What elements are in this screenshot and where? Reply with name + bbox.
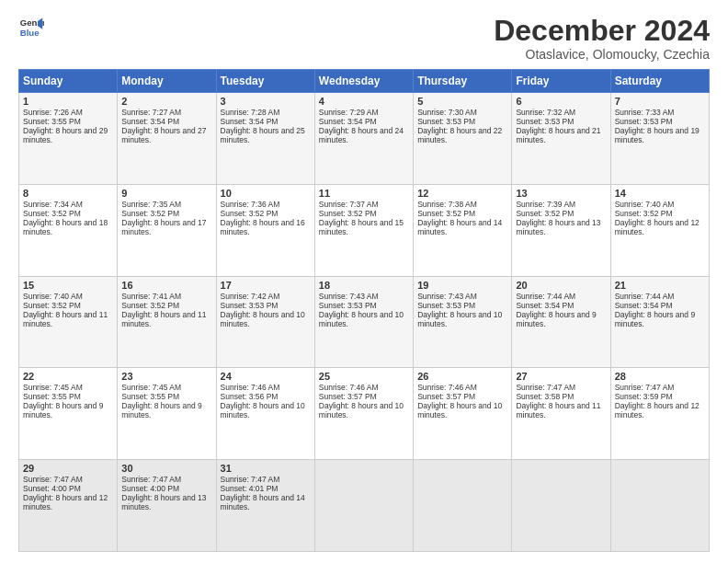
sunset-text: Sunset: 3:55 PM (121, 392, 211, 401)
table-row: 4Sunrise: 7:29 AMSunset: 3:54 PMDaylight… (314, 93, 413, 185)
sunrise-text: Sunrise: 7:47 AM (121, 475, 211, 484)
table-row: 17Sunrise: 7:42 AMSunset: 3:53 PMDayligh… (216, 276, 314, 368)
table-row: 9Sunrise: 7:35 AMSunset: 3:52 PMDaylight… (118, 184, 216, 276)
daylight-text: Daylight: 8 hours and 19 minutes. (615, 126, 705, 144)
sunset-text: Sunset: 3:53 PM (319, 301, 409, 310)
table-row: 22Sunrise: 7:45 AMSunset: 3:55 PMDayligh… (19, 368, 118, 460)
sunrise-text: Sunrise: 7:37 AM (319, 200, 409, 209)
table-row (512, 460, 610, 552)
table-row (414, 460, 512, 552)
table-row (610, 460, 709, 552)
daylight-text: Daylight: 8 hours and 17 minutes. (121, 218, 211, 236)
header-sunday: Sunday (19, 70, 118, 93)
table-row: 31Sunrise: 7:47 AMSunset: 4:01 PMDayligh… (216, 460, 314, 552)
day-number: 19 (417, 280, 507, 291)
daylight-text: Daylight: 8 hours and 9 minutes. (615, 310, 705, 328)
daylight-text: Daylight: 8 hours and 13 minutes. (516, 218, 606, 236)
sunrise-text: Sunrise: 7:39 AM (516, 200, 606, 209)
daylight-text: Daylight: 8 hours and 15 minutes. (319, 218, 409, 236)
day-number: 3 (221, 96, 311, 107)
sunset-text: Sunset: 3:54 PM (221, 117, 311, 126)
sunset-text: Sunset: 3:54 PM (615, 301, 705, 310)
day-number: 25 (319, 371, 409, 382)
day-number: 6 (516, 96, 606, 107)
sunrise-text: Sunrise: 7:34 AM (23, 200, 113, 209)
header-thursday: Thursday (414, 70, 512, 93)
sunrise-text: Sunrise: 7:29 AM (319, 108, 409, 117)
sunrise-text: Sunrise: 7:28 AM (221, 108, 311, 117)
sunset-text: Sunset: 3:54 PM (121, 117, 211, 126)
sunset-text: Sunset: 4:01 PM (221, 484, 311, 493)
daylight-text: Daylight: 8 hours and 27 minutes. (121, 126, 211, 144)
table-row: 3Sunrise: 7:28 AMSunset: 3:54 PMDaylight… (216, 93, 314, 185)
table-row: 14Sunrise: 7:40 AMSunset: 3:52 PMDayligh… (610, 184, 709, 276)
daylight-text: Daylight: 8 hours and 13 minutes. (121, 493, 211, 511)
day-number: 2 (121, 96, 211, 107)
sunrise-text: Sunrise: 7:32 AM (516, 108, 606, 117)
table-row: 27Sunrise: 7:47 AMSunset: 3:58 PMDayligh… (512, 368, 610, 460)
sunset-text: Sunset: 3:54 PM (319, 117, 409, 126)
table-row: 28Sunrise: 7:47 AMSunset: 3:59 PMDayligh… (610, 368, 709, 460)
daylight-text: Daylight: 8 hours and 11 minutes. (516, 401, 606, 419)
daylight-text: Daylight: 8 hours and 14 minutes. (221, 493, 311, 511)
title-section: December 2024 Otaslavice, Olomoucky, Cze… (494, 15, 710, 62)
sunrise-text: Sunrise: 7:47 AM (615, 383, 705, 392)
sunset-text: Sunset: 3:53 PM (516, 117, 606, 126)
sunset-text: Sunset: 3:52 PM (516, 209, 606, 218)
general-blue-logo-icon: General Blue (18, 15, 44, 40)
table-row: 11Sunrise: 7:37 AMSunset: 3:52 PMDayligh… (314, 184, 413, 276)
daylight-text: Daylight: 8 hours and 24 minutes. (319, 126, 409, 144)
sunrise-text: Sunrise: 7:40 AM (615, 200, 705, 209)
day-number: 1 (23, 96, 113, 107)
sunrise-text: Sunrise: 7:46 AM (417, 383, 507, 392)
page-header: General Blue December 2024 Otaslavice, O… (18, 15, 710, 62)
sunrise-text: Sunrise: 7:33 AM (615, 108, 705, 117)
sunset-text: Sunset: 3:52 PM (121, 209, 211, 218)
day-number: 16 (121, 280, 211, 291)
sunset-text: Sunset: 3:57 PM (319, 392, 409, 401)
table-row: 23Sunrise: 7:45 AMSunset: 3:55 PMDayligh… (118, 368, 216, 460)
day-number: 9 (121, 188, 211, 199)
table-row: 15Sunrise: 7:40 AMSunset: 3:52 PMDayligh… (19, 276, 118, 368)
day-number: 23 (121, 371, 211, 382)
table-row: 25Sunrise: 7:46 AMSunset: 3:57 PMDayligh… (314, 368, 413, 460)
sunrise-text: Sunrise: 7:41 AM (121, 292, 211, 301)
day-number: 27 (516, 371, 606, 382)
sunset-text: Sunset: 3:52 PM (23, 301, 113, 310)
header-friday: Friday (512, 70, 610, 93)
sunrise-text: Sunrise: 7:42 AM (221, 292, 311, 301)
calendar-week-row: 1Sunrise: 7:26 AMSunset: 3:55 PMDaylight… (19, 93, 710, 185)
table-row: 16Sunrise: 7:41 AMSunset: 3:52 PMDayligh… (118, 276, 216, 368)
svg-text:Blue: Blue (20, 28, 40, 38)
sunrise-text: Sunrise: 7:44 AM (615, 292, 705, 301)
day-number: 13 (516, 188, 606, 199)
sunrise-text: Sunrise: 7:46 AM (221, 383, 311, 392)
table-row: 13Sunrise: 7:39 AMSunset: 3:52 PMDayligh… (512, 184, 610, 276)
day-number: 20 (516, 280, 606, 291)
table-row: 26Sunrise: 7:46 AMSunset: 3:57 PMDayligh… (414, 368, 512, 460)
sunrise-text: Sunrise: 7:47 AM (221, 475, 311, 484)
sunrise-text: Sunrise: 7:46 AM (319, 383, 409, 392)
day-number: 7 (615, 96, 705, 107)
day-number: 29 (23, 463, 113, 474)
daylight-text: Daylight: 8 hours and 9 minutes. (23, 401, 113, 419)
daylight-text: Daylight: 8 hours and 29 minutes. (23, 126, 113, 144)
sunset-text: Sunset: 3:52 PM (121, 301, 211, 310)
table-row: 6Sunrise: 7:32 AMSunset: 3:53 PMDaylight… (512, 93, 610, 185)
sunrise-text: Sunrise: 7:38 AM (417, 200, 507, 209)
table-row: 19Sunrise: 7:43 AMSunset: 3:53 PMDayligh… (414, 276, 512, 368)
daylight-text: Daylight: 8 hours and 14 minutes. (417, 218, 507, 236)
day-number: 31 (221, 463, 311, 474)
table-row: 20Sunrise: 7:44 AMSunset: 3:54 PMDayligh… (512, 276, 610, 368)
calendar-table: Sunday Monday Tuesday Wednesday Thursday… (18, 69, 710, 552)
day-number: 18 (319, 280, 409, 291)
daylight-text: Daylight: 8 hours and 21 minutes. (516, 126, 606, 144)
daylight-text: Daylight: 8 hours and 10 minutes. (417, 310, 507, 328)
daylight-text: Daylight: 8 hours and 10 minutes. (319, 401, 409, 419)
logo: General Blue (18, 15, 44, 40)
daylight-text: Daylight: 8 hours and 10 minutes. (221, 401, 311, 419)
daylight-text: Daylight: 8 hours and 12 minutes. (615, 218, 705, 236)
table-row: 29Sunrise: 7:47 AMSunset: 4:00 PMDayligh… (19, 460, 118, 552)
sunset-text: Sunset: 3:52 PM (221, 209, 311, 218)
calendar: Sunday Monday Tuesday Wednesday Thursday… (18, 69, 710, 552)
